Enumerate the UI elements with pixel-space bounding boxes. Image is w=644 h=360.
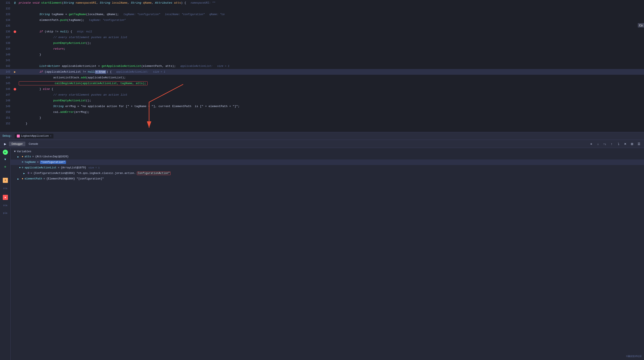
code-token: return: [19, 47, 64, 50]
debug-main: ▶ ▼ + ⏸ sta ■ sta pla ▼ Variables: [0, 148, 644, 360]
code-content: cai.addError(errMsg);: [17, 109, 644, 115]
code-token: (tagName);: [67, 18, 84, 22]
line-number: 139: [0, 48, 13, 50]
code-token: // every startElement pushes an action l…: [19, 36, 127, 39]
line-number: 149: [0, 105, 13, 108]
code-line-150: 150 cai.addError(errMsg);: [0, 109, 644, 115]
var-val-config-highlight: ConfigurationAction": [137, 172, 170, 175]
code-content: return;: [17, 46, 644, 52]
code-line-141: 141: [0, 58, 644, 63]
var-row-atts[interactable]: ▶ ● atts = {AttributesImpl@1020}: [11, 154, 644, 160]
var-row-config-action[interactable]: ▶ 0 = {ConfigurationAction@1084} "ch.qos…: [11, 170, 644, 176]
stop-button[interactable]: ■: [3, 195, 8, 200]
line-number: 132: [0, 7, 13, 10]
line-number: 136: [0, 30, 13, 33]
code-token: ();: [86, 42, 91, 45]
code-token: ,: [152, 1, 155, 4]
code-content: }: [17, 121, 644, 126]
code-token: skip: null: [72, 30, 92, 33]
code-token: }: [19, 88, 43, 91]
line-number: 146: [0, 88, 13, 91]
code-line-147: 147 // every startElement pushes an acti…: [0, 92, 644, 98]
resume-icon: ▶: [4, 142, 6, 146]
code-content: // every startElement pushes an action l…: [17, 34, 644, 40]
code-token: List: [19, 64, 46, 68]
code-token: String: [64, 1, 76, 4]
tab-console[interactable]: Console: [26, 142, 41, 146]
code-content: }: [17, 52, 644, 58]
var-eq-atts: =: [32, 155, 34, 158]
code-line-143: 143▶ if (applicableActionList != null= t…: [0, 69, 644, 75]
breakpoint-dot[interactable]: [14, 30, 16, 33]
code-content: List<Action> applicableActionList = getA…: [17, 63, 644, 69]
step-over-button[interactable]: ≡: [588, 141, 594, 147]
code-line-144: 144 actionListStack.add(applicableAction…: [0, 75, 644, 80]
code-token: tion for [" + tagName + "], current Elem…: [110, 105, 240, 108]
code-content: pushEmptyActionList();: [17, 98, 644, 104]
var-val-actionlist: {ArrayList@1079}: [61, 166, 86, 169]
filter-button[interactable]: ▼: [2, 156, 8, 162]
code-line-149: 149 String errMsg = "no applicable actio…: [0, 104, 644, 109]
debug-file-tab[interactable]: LogbackApplication ×: [15, 134, 54, 138]
resume-button[interactable]: ▶: [2, 141, 8, 147]
debug-position-arrow: ▶: [14, 70, 16, 74]
code-content: // every startElement pushes an action l…: [17, 92, 644, 98]
var-eq-tagname: =: [37, 161, 39, 164]
close-icon[interactable]: ×: [50, 135, 52, 137]
sta-label1: sta: [3, 187, 8, 190]
code-token: null: [60, 30, 67, 33]
code-token: getApplicableActionList: [102, 64, 141, 68]
code-token: tagName: "configuration" localName: "con…: [119, 13, 225, 16]
code-token: (localName, qName);: [86, 13, 119, 16]
list-icon-actionlist: ≡: [22, 166, 24, 169]
code-token: String: [19, 105, 66, 108]
var-val-tagname: "configuration": [40, 160, 66, 164]
code-content: }: [17, 115, 644, 121]
debug-toolbar: ▶ Debugger Console ≡ ↓ ↑↓ ↑ ⤵ ✕ ⊞ ☰: [0, 140, 644, 148]
code-token: void: [32, 1, 41, 4]
code-token: String: [131, 1, 143, 4]
var-row-actionlist[interactable]: ▼ ≡ applicableActionList = {ArrayList@10…: [11, 165, 644, 170]
code-token: {: [52, 88, 53, 91]
add-watch-button[interactable]: +: [2, 164, 8, 170]
tab-debugger[interactable]: Debugger: [9, 142, 25, 146]
code-token: qName: [143, 1, 152, 4]
step-back-button[interactable]: ↑: [609, 141, 614, 147]
var-row-tagname[interactable]: ▶ ≡ tagName = "configuration": [11, 160, 644, 165]
run-to-cursor-button[interactable]: ⤵: [616, 141, 622, 147]
line-number: 150: [0, 111, 13, 114]
var-name-actionlist: applicableActionList: [25, 166, 57, 169]
var-name-tagname: tagName: [25, 161, 36, 164]
code-line-146: 146 } else {: [0, 86, 644, 92]
step-out-button[interactable]: ↑↓: [602, 141, 608, 147]
breakpoint-dot[interactable]: [14, 88, 16, 90]
play-button[interactable]: ▶: [3, 150, 8, 155]
code-token: atts: [174, 1, 181, 4]
var-row-elementpath[interactable]: ▶ ● elementPath = {ElementPath@1004} "[c…: [11, 176, 644, 182]
variables-header[interactable]: ▼ Variables: [11, 149, 644, 154]
code-token: cai.: [19, 110, 60, 114]
line-number: 131: [0, 2, 13, 4]
code-content: pushEmptyActionList();: [17, 40, 644, 46]
line-number: 152: [0, 122, 13, 125]
threads-button[interactable]: ☰: [636, 141, 642, 147]
code-token: if: [19, 30, 45, 33]
frames-button[interactable]: ⊞: [629, 141, 635, 147]
code-line-135: 135: [0, 23, 644, 29]
expand-arrow-actionlist: ▼: [18, 166, 20, 169]
code-token: applicableActionList: size = 1: [112, 70, 165, 74]
gutter-icon: @: [13, 2, 17, 4]
code-token: (applicableActionList !=: [45, 70, 88, 74]
code-token: String: [100, 1, 112, 4]
code-token: namespaceURI: [76, 1, 96, 4]
step-into-button[interactable]: ↓: [595, 141, 601, 147]
gutter-icon: [13, 30, 17, 33]
editor-container: 131@private void startElement(String nam…: [0, 0, 644, 360]
code-token: tagName =: [52, 13, 69, 16]
code-content: [17, 58, 644, 63]
line-number: 135: [0, 24, 13, 28]
code-token: > applicableActionList =: [58, 64, 102, 68]
evaluate-button[interactable]: ✕: [622, 141, 628, 147]
code-content: } else {: [17, 86, 644, 92]
pause-button[interactable]: ⏸: [3, 178, 8, 183]
